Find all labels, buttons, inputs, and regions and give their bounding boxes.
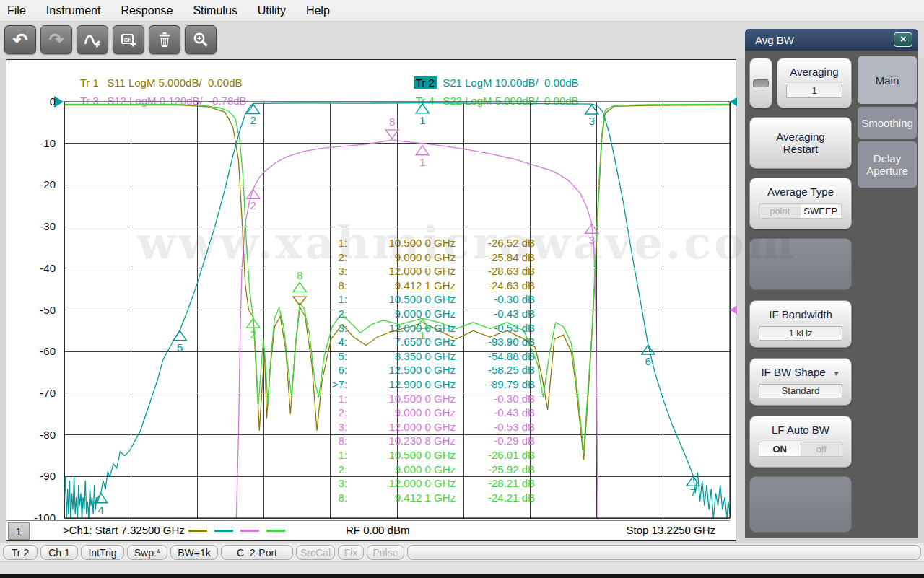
- marker-table-cell: 12.500 0 GHz: [347, 363, 456, 377]
- marker-table-row: >7:12.900 0 GHz-89.79 dB: [326, 377, 535, 392]
- marker-table-cell: -26.52 dB: [456, 236, 535, 250]
- marker-table-cell: 9.000 0 GHz: [347, 406, 456, 420]
- lf-auto-bw-button[interactable]: LF Auto BW ON off: [749, 416, 852, 468]
- menu-file[interactable]: File: [7, 4, 26, 17]
- marker-1-s12-icon[interactable]: [416, 146, 429, 155]
- marker-3-s21-icon[interactable]: [585, 105, 598, 114]
- statusbar-ch-1[interactable]: Ch 1: [40, 545, 78, 560]
- rf-value[interactable]: 0.00 dBm: [363, 524, 409, 536]
- y-tick-label: -20: [24, 178, 56, 191]
- marker-table-cell: 10.500 0 GHz: [347, 236, 456, 250]
- tab-delay-aperture[interactable]: Delay Aperture: [858, 141, 917, 188]
- marker-1-s21-icon[interactable]: [416, 104, 429, 113]
- marker-table-row: 1:10.500 0 GHz-26.52 dB: [326, 236, 535, 250]
- empty-button-2: [749, 476, 852, 533]
- reference-level-pointer-icon[interactable]: [730, 305, 737, 316]
- marker-table-cell: -25.84 dB: [456, 250, 535, 265]
- stop-label: Stop: [627, 524, 649, 536]
- delete-button[interactable]: [149, 25, 180, 54]
- marker-8-s12-icon[interactable]: [385, 130, 398, 139]
- marker-5-s21-icon[interactable]: [173, 331, 186, 341]
- menu-response[interactable]: Response: [121, 4, 173, 17]
- marker-table-cell: 10.500 0 GHz: [347, 448, 456, 463]
- menu-bar: File Instrument Response Stimulus Utilit…: [0, 0, 924, 22]
- average-type-point-option[interactable]: point: [759, 204, 801, 218]
- marker-4-s21-label: 4: [98, 504, 104, 516]
- marker-table-cell: 10.500 0 GHz: [347, 292, 456, 307]
- marker-6-s21-label: 6: [645, 355, 651, 367]
- marker-table-cell: 1:: [326, 448, 347, 463]
- add-channel-button[interactable]: Ch: [113, 25, 144, 54]
- marker-table-cell: 8:: [326, 434, 347, 448]
- lf-auto-bw-off-option[interactable]: off: [801, 442, 842, 456]
- average-type-sweep-option[interactable]: SWEEP: [801, 204, 842, 218]
- start-value[interactable]: 7.32500 GHz: [121, 524, 184, 536]
- marker-8-s22-icon[interactable]: [293, 282, 306, 292]
- averaging-restart-label: Averaging Restart: [768, 131, 833, 155]
- redo-icon: ↷: [49, 31, 64, 49]
- marker-table-cell: 9.000 0 GHz: [347, 307, 456, 321]
- marker-3-s12-label: 3: [588, 234, 594, 246]
- averaging-toggle-button[interactable]: [749, 58, 772, 108]
- marker-table-cell: -28.21 dB: [456, 476, 535, 491]
- menu-help[interactable]: Help: [306, 4, 330, 17]
- undo-button[interactable]: ↶: [4, 25, 36, 54]
- marker-table-cell: 7.650 0 GHz: [347, 335, 456, 349]
- close-icon[interactable]: ×: [894, 32, 912, 47]
- marker-table-cell: 2:: [326, 406, 347, 420]
- marker-table-cell: -0.30 dB: [456, 292, 535, 307]
- marker-table-cell: 1:: [326, 236, 347, 250]
- averaging-indicator-icon: [753, 79, 769, 87]
- menu-instrument[interactable]: Instrument: [46, 4, 101, 17]
- empty-button-1: [749, 238, 852, 290]
- y-tick-label: -90: [24, 470, 56, 482]
- y-tick-label: -30: [24, 220, 56, 232]
- marker-table-cell: 10.230 8 GHz: [347, 434, 456, 448]
- zoom-button[interactable]: [185, 25, 217, 54]
- statusbar-empty: [407, 545, 921, 560]
- marker-table-row: 8:9.412 1 GHz-24.63 dB: [326, 279, 535, 293]
- marker-6-s21-icon[interactable]: [642, 345, 655, 354]
- lf-auto-bw-on-option[interactable]: ON: [759, 442, 801, 456]
- statusbar-c-2-port[interactable]: C 2-Port: [221, 545, 293, 560]
- marker-table-row: 3:12.000 0 GHz-28.63 dB: [326, 264, 535, 279]
- marker-table-cell: -0.53 dB: [456, 321, 535, 336]
- marker-2-s12-icon[interactable]: [247, 189, 260, 198]
- bottom-bar: [0, 561, 924, 574]
- rf-label: RF: [346, 524, 360, 536]
- panel-button-column: Averaging 1 Averaging Restart Average Ty…: [745, 51, 855, 533]
- marker-table-row: 6:12.500 0 GHz-58.25 dB: [326, 363, 535, 377]
- statusbar-inttrig[interactable]: IntTrig: [81, 545, 124, 560]
- marker-2-s12-label: 2: [250, 199, 256, 211]
- marker-table-cell: -0.29 dB: [456, 434, 535, 448]
- marker-table-cell: -26.01 dB: [456, 448, 535, 463]
- y-tick-label: -10: [24, 137, 56, 149]
- panel-title-bar[interactable]: Avg BW ×: [745, 29, 918, 51]
- add-trace-button[interactable]: [77, 25, 108, 54]
- if-bw-shape-button[interactable]: IF BW Shape▼ Standard: [749, 358, 852, 406]
- statusbar-bw-1k[interactable]: BW=1k: [170, 545, 218, 560]
- menu-utility[interactable]: Utility: [258, 4, 286, 17]
- statusbar-swp-[interactable]: Swp *: [127, 545, 167, 560]
- marker-table-cell: -93.90 dB: [456, 335, 535, 349]
- reference-level-pointer-icon[interactable]: [730, 96, 737, 108]
- stop-value[interactable]: 13.2250 GHz: [652, 524, 715, 536]
- channel-tab[interactable]: 1: [8, 522, 30, 540]
- average-type-toggle[interactable]: point SWEEP: [759, 203, 842, 219]
- averaging-button[interactable]: Averaging 1: [777, 58, 852, 108]
- marker-table-row: 4:7.650 0 GHz-93.90 dB: [326, 335, 535, 349]
- marker-table-row: 1:10.500 0 GHz-0.30 dB: [326, 292, 535, 307]
- menu-stimulus[interactable]: Stimulus: [193, 4, 237, 17]
- lf-auto-bw-toggle[interactable]: ON off: [759, 442, 842, 457]
- average-type-button[interactable]: Average Type point SWEEP: [749, 178, 852, 229]
- statusbar-tr-2[interactable]: Tr 2: [3, 545, 38, 560]
- if-bandwidth-button[interactable]: IF Bandwidth 1 kHz: [749, 300, 852, 348]
- status-bar: Tr 2Ch 1IntTrigSwp *BW=1kC 2-PortSrcCalF…: [0, 543, 924, 561]
- marker-8-s12-label: 8: [389, 115, 395, 128]
- averaging-restart-button[interactable]: Averaging Restart: [749, 117, 852, 169]
- channel-status-strip: 1 >Ch1: Start 7.32500 GHz RF 0.00 dBm St…: [6, 520, 730, 540]
- tab-smoothing[interactable]: Smoothing: [858, 107, 917, 139]
- tab-main[interactable]: Main: [858, 56, 917, 104]
- marker-table-cell: 9.000 0 GHz: [347, 250, 456, 265]
- undo-icon: ↶: [13, 31, 28, 49]
